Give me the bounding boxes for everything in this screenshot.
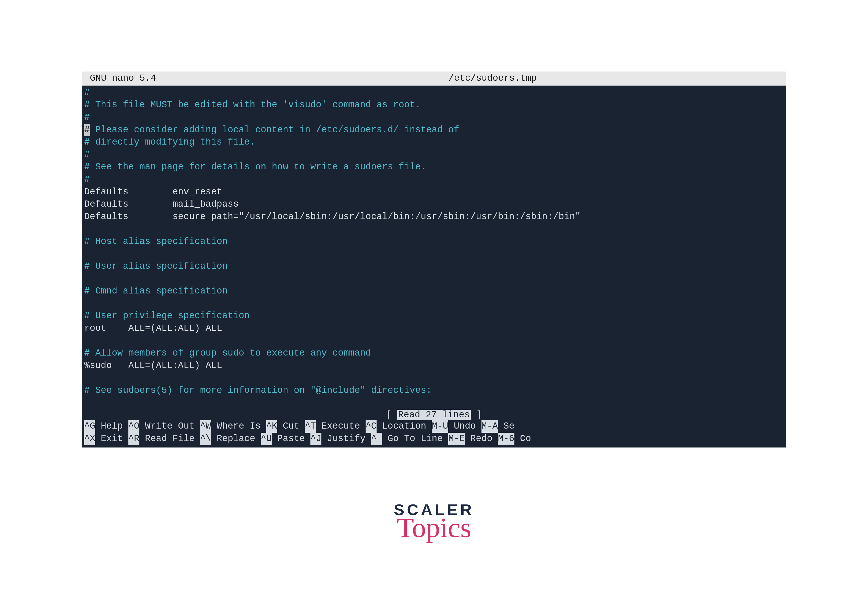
status-line: [ Read 27 lines ] <box>82 410 786 420</box>
editor-line: Defaults env_reset <box>84 186 784 198</box>
editor-line: Defaults secure_path="/usr/local/sbin:/u… <box>84 211 784 223</box>
shortcut-key[interactable]: M-6 <box>498 433 515 445</box>
shortcut-key[interactable]: ^G <box>84 420 95 433</box>
editor-line: # Allow members of group sudo to execute… <box>84 347 784 360</box>
shortcut-label: Paste <box>272 433 311 444</box>
editor-line: # Please consider adding local content i… <box>84 124 784 136</box>
shortcut-key[interactable]: ^U <box>260 433 272 445</box>
editor-line <box>84 297 784 310</box>
shortcut-key[interactable]: ^_ <box>371 433 382 445</box>
editor-line: # User alias specification <box>84 260 784 273</box>
editor-line: # <box>84 149 784 161</box>
shortcut-label: Read File <box>139 433 200 444</box>
shortcut-key[interactable]: ^K <box>266 420 277 433</box>
shortcut-key[interactable]: M-A <box>481 420 498 433</box>
editor-line: # <box>84 87 784 99</box>
shortcut-key[interactable]: ^C <box>365 420 376 433</box>
shortcut-row: ^G Help ^O Write Out ^W Where Is ^K Cut … <box>84 420 784 433</box>
shortcut-key[interactable]: ^T <box>305 420 316 433</box>
editor-line: # directly modifying this file. <box>84 136 784 149</box>
shortcut-label: Write Out <box>139 421 200 432</box>
shortcut-key[interactable]: M-E <box>448 433 465 445</box>
editor-line: # User privilege specification <box>84 310 784 322</box>
editor-line: # This file MUST be edited with the 'vis… <box>84 99 784 111</box>
shortcut-key[interactable]: ^J <box>311 433 321 445</box>
shortcut-key[interactable]: ^\ <box>200 433 211 445</box>
shortcut-key[interactable]: ^R <box>128 433 139 445</box>
nano-terminal: GNU nano 5.4 /etc/sudoers.tmp ## This fi… <box>82 72 786 447</box>
editor-line: # See the man page for details on how to… <box>84 161 784 174</box>
shortcut-key[interactable]: M-U <box>432 420 448 433</box>
brand-bottom: Topics <box>394 514 474 542</box>
app-name: GNU nano 5.4 <box>85 73 156 85</box>
editor-content[interactable]: ## This file MUST be edited with the 'vi… <box>82 85 786 409</box>
shortcut-label: Where Is <box>211 421 266 432</box>
shortcut-label: Help <box>95 421 128 432</box>
editor-line <box>84 273 784 285</box>
shortcut-label: Replace <box>211 433 260 444</box>
editor-line: # <box>84 111 784 124</box>
shortcut-label: Exit <box>95 433 128 444</box>
shortcut-key[interactable]: ^O <box>128 420 139 433</box>
nano-titlebar: GNU nano 5.4 /etc/sudoers.tmp <box>82 72 786 85</box>
shortcut-label: Location <box>376 421 432 432</box>
shortcut-label: Redo <box>465 433 498 444</box>
branding: SCALER Topics <box>394 500 474 542</box>
editor-line: # <box>84 174 784 186</box>
status-text: Read 27 lines <box>397 410 471 420</box>
editor-line <box>84 397 784 409</box>
shortcut-key[interactable]: ^X <box>84 433 95 445</box>
shortcut-label: Co <box>515 433 531 444</box>
editor-line <box>84 335 784 347</box>
shortcut-label: Justify <box>321 433 371 444</box>
editor-line <box>84 248 784 261</box>
file-name: /etc/sudoers.tmp <box>156 73 783 85</box>
editor-line: # Cmnd alias specification <box>84 285 784 297</box>
editor-line: root ALL=(ALL:ALL) ALL <box>84 322 784 335</box>
shortcut-bar: ^G Help ^O Write Out ^W Where Is ^K Cut … <box>82 420 786 447</box>
shortcut-label: Se <box>498 421 515 432</box>
editor-line: Defaults mail_badpass <box>84 198 784 211</box>
shortcut-row: ^X Exit ^R Read File ^\ Replace ^U Paste… <box>84 433 784 445</box>
editor-line <box>84 372 784 384</box>
editor-line <box>84 223 784 235</box>
shortcut-label: Undo <box>448 421 481 432</box>
editor-line: # See sudoers(5) for more information on… <box>84 384 784 397</box>
shortcut-label: Execute <box>316 421 365 432</box>
editor-line: %sudo ALL=(ALL:ALL) ALL <box>84 360 784 372</box>
shortcut-label: Cut <box>277 421 305 432</box>
shortcut-key[interactable]: ^W <box>200 420 211 433</box>
cursor: # <box>84 124 90 136</box>
editor-line: # Host alias specification <box>84 235 784 248</box>
shortcut-label: Go To Line <box>382 433 448 444</box>
